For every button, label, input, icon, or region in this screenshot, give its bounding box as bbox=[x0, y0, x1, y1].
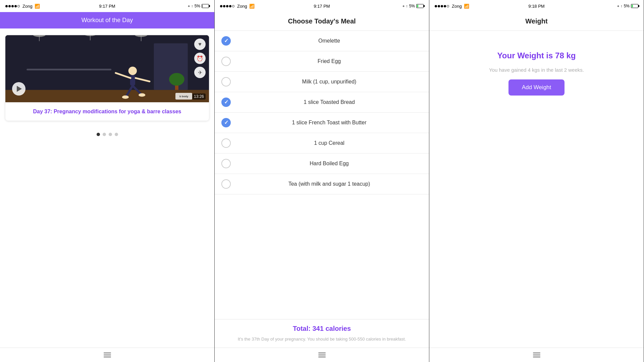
play-button[interactable] bbox=[12, 82, 25, 96]
meal-item[interactable]: 1 cup Cereal bbox=[215, 133, 429, 154]
svg-point-16 bbox=[139, 93, 145, 97]
menu-icon[interactable] bbox=[104, 353, 111, 357]
meal-checkbox-4[interactable]: ✓ bbox=[221, 118, 231, 127]
meal-checkbox-5[interactable] bbox=[221, 138, 231, 148]
meal-item[interactable]: ✓Omelette bbox=[215, 31, 429, 51]
meal-footer: Total: 341 calories It's the 37th Day of… bbox=[215, 319, 429, 348]
meal-item[interactable]: ✓1 slice French Toast with Butter bbox=[215, 113, 429, 133]
svg-rect-8 bbox=[26, 69, 111, 70]
w-hamburger-line-1 bbox=[533, 353, 540, 353]
svg-point-9 bbox=[128, 67, 137, 75]
play-triangle-icon bbox=[17, 86, 22, 92]
page-dot-2[interactable] bbox=[103, 133, 106, 136]
menu-icon-meal[interactable] bbox=[318, 353, 326, 357]
meal-item[interactable]: Milk (1 cup, unpurified) bbox=[215, 72, 429, 92]
location-icon-meal: ⌖ bbox=[402, 4, 405, 8]
add-weight-button[interactable]: Add Weight bbox=[508, 79, 565, 96]
meal-item[interactable]: ✓1 slice Toasted Bread bbox=[215, 92, 429, 113]
w-signal-dot-1 bbox=[435, 5, 437, 7]
svg-point-15 bbox=[122, 96, 129, 99]
signal-dot-1 bbox=[5, 5, 8, 7]
meal-item-name-5: 1 cup Cereal bbox=[236, 140, 422, 146]
m-signal-dot-2 bbox=[223, 5, 225, 7]
meal-checkbox-3[interactable]: ✓ bbox=[221, 98, 231, 107]
meal-checkbox-1[interactable] bbox=[221, 57, 231, 66]
wifi-icon: 📶 bbox=[35, 4, 40, 9]
meal-item-name-2: Milk (1 cup, unpurified) bbox=[236, 79, 422, 85]
status-bar-left: Zong 📶 bbox=[5, 4, 40, 9]
page-dot-1[interactable] bbox=[97, 133, 100, 136]
menu-icon-weight[interactable] bbox=[533, 353, 540, 357]
share-button[interactable]: ✈ bbox=[194, 67, 206, 78]
bottom-tab-bar-workout bbox=[0, 348, 214, 362]
battery-percent-weight: 5% bbox=[624, 4, 630, 8]
meal-checkbox-7[interactable] bbox=[221, 179, 231, 189]
meal-advice: It's the 37th Day of your pregnancy. You… bbox=[220, 336, 424, 343]
heart-button[interactable]: ♥ bbox=[194, 39, 206, 50]
meal-checkbox-2[interactable] bbox=[221, 77, 231, 86]
status-bar-meal: Zong 📶 9:17 PM ⌖ ↑ 5% bbox=[215, 0, 429, 12]
time-label: 9:17 PM bbox=[99, 4, 115, 9]
status-bar-workout: Zong 📶 9:17 PM ⌖ ↑ 5% bbox=[0, 0, 214, 12]
status-bar-left-meal: Zong 📶 bbox=[220, 4, 255, 9]
battery-percent-meal: 5% bbox=[409, 4, 415, 8]
meal-item-name-1: Fried Egg bbox=[236, 58, 422, 64]
meal-item[interactable]: Hard Boiled Egg bbox=[215, 154, 429, 174]
video-thumbnail[interactable]: ♥ ⏰ ✈ 13:26 b body bbox=[5, 35, 209, 102]
w-signal-dot-3 bbox=[441, 5, 443, 7]
meal-item-name-0: Omelette bbox=[236, 38, 422, 44]
time-label-meal: 9:17 PM bbox=[314, 4, 330, 9]
meal-item-name-4: 1 slice French Toast with Butter bbox=[236, 120, 422, 126]
signal-dot-3 bbox=[11, 5, 14, 7]
arrow-icon: ↑ bbox=[191, 4, 193, 8]
page-dot-4[interactable] bbox=[115, 133, 118, 136]
bottom-tab-bar-weight bbox=[429, 348, 644, 362]
arrow-icon-meal: ↑ bbox=[406, 4, 408, 8]
battery-fill bbox=[202, 5, 203, 7]
w-signal-dot-5 bbox=[447, 5, 449, 7]
meal-item-name-6: Hard Boiled Egg bbox=[236, 161, 422, 167]
workout-panel: Zong 📶 9:17 PM ⌖ ↑ 5% Workout of the Day bbox=[0, 0, 215, 362]
location-icon-weight: ⌖ bbox=[617, 4, 619, 8]
video-duration: 13:26 bbox=[192, 94, 206, 100]
battery-icon bbox=[202, 4, 209, 8]
meal-list: ✓OmeletteFried EggMilk (1 cup, unpurifie… bbox=[215, 31, 429, 319]
workout-header-title: Workout of the Day bbox=[5, 17, 209, 24]
m-hamburger-line-3 bbox=[318, 357, 326, 357]
location-icon: ⌖ bbox=[188, 4, 190, 8]
status-bar-right: ⌖ ↑ 5% bbox=[188, 4, 209, 8]
workout-card-content: Day 37: Pregnancy modifications for yoga… bbox=[5, 102, 209, 121]
page-dot-3[interactable] bbox=[109, 133, 112, 136]
weight-value: Your Weight is 78 kg bbox=[497, 51, 576, 60]
battery-icon-meal bbox=[416, 4, 424, 8]
svg-rect-10 bbox=[130, 75, 135, 86]
total-calories: Total: 341 calories bbox=[220, 325, 424, 333]
pagination-dots bbox=[0, 133, 214, 136]
weight-panel: Zong 📶 9:18 PM ⌖ ↑ 5% Weight Your Weight… bbox=[429, 0, 644, 362]
meal-checkbox-6[interactable] bbox=[221, 159, 231, 168]
workout-card: ♥ ⏰ ✈ 13:26 b body Day 37: Pregnancy mod… bbox=[5, 35, 209, 121]
meal-checkbox-0[interactable]: ✓ bbox=[221, 36, 231, 46]
hamburger-line-2 bbox=[104, 355, 111, 355]
signal-dots-weight bbox=[435, 5, 449, 7]
gym-scene-svg bbox=[5, 35, 209, 102]
m-signal-dot-5 bbox=[232, 5, 234, 7]
wifi-icon-meal: 📶 bbox=[249, 4, 255, 9]
carrier-label: Zong bbox=[22, 4, 33, 9]
video-actions: ♥ ⏰ ✈ bbox=[194, 39, 206, 78]
meal-item[interactable]: Tea (with milk and sugar 1 teacup) bbox=[215, 174, 429, 194]
meal-header: Choose Today's Meal bbox=[215, 12, 429, 31]
signal-dots bbox=[5, 5, 20, 7]
battery-percent: 5% bbox=[195, 4, 200, 8]
w-signal-dot-4 bbox=[444, 5, 446, 7]
m-hamburger-line-2 bbox=[318, 355, 326, 355]
hamburger-line-3 bbox=[104, 357, 111, 357]
battery-fill-weight bbox=[632, 5, 633, 7]
checkmark-icon-4: ✓ bbox=[224, 120, 228, 125]
status-bar-right-weight: ⌖ ↑ 5% bbox=[617, 4, 638, 8]
clock-button[interactable]: ⏰ bbox=[194, 53, 206, 64]
meal-item-name-7: Tea (with milk and sugar 1 teacup) bbox=[236, 181, 422, 187]
meal-item[interactable]: Fried Egg bbox=[215, 51, 429, 72]
wifi-icon-weight: 📶 bbox=[464, 4, 469, 9]
weight-content: Your Weight is 78 kg You have gained 4 k… bbox=[429, 31, 644, 348]
